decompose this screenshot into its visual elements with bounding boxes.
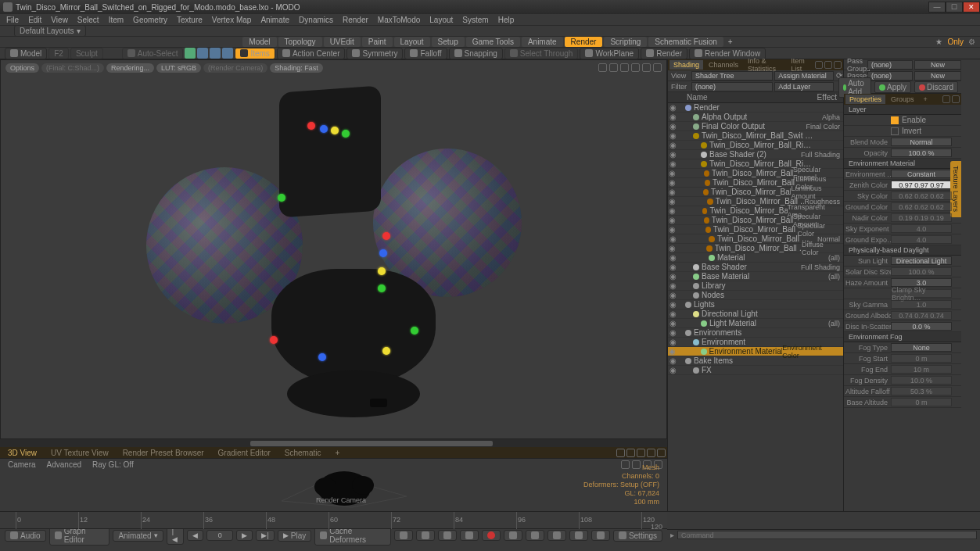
items-button[interactable]: Items	[235, 48, 275, 59]
sel-icon-2[interactable]	[197, 48, 208, 59]
eye-icon[interactable]: ◉	[668, 234, 677, 243]
tree-row[interactable]: ◉Library	[668, 281, 843, 291]
vp-chip-2[interactable]: Rendering...	[106, 63, 154, 73]
sel-icon-1[interactable]	[185, 48, 196, 59]
texture-layers-tab[interactable]: Texture Layers	[950, 161, 961, 217]
add-subtab-button[interactable]: +	[329, 448, 346, 458]
prop-value[interactable]: 10.0 %	[891, 376, 952, 385]
menu-animate[interactable]: Animate	[260, 16, 289, 24]
assign-material-button[interactable]: Assign Material	[774, 71, 834, 81]
tree-row[interactable]: ◉Render	[668, 103, 843, 113]
shader-tree[interactable]: ◉Render◉Alpha OutputAlpha◉Final Color Ou…	[668, 103, 843, 511]
prop-tab-groups[interactable]: Groups	[887, 95, 918, 104]
vp-icon-6[interactable]	[653, 63, 662, 72]
animated-select[interactable]: Animated ▾	[113, 530, 163, 542]
last-frame-button[interactable]: ▶|	[256, 530, 274, 541]
eye-icon[interactable]: ◉	[668, 291, 677, 299]
eye-icon[interactable]: ◉	[668, 188, 676, 196]
prop-value[interactable]: 0.74 0.74 0.74	[891, 311, 952, 320]
menu-system[interactable]: System	[462, 16, 488, 24]
prev-frame-button[interactable]: ◀	[187, 530, 203, 541]
prop-value[interactable]: None	[891, 343, 952, 352]
layout-tab-layout[interactable]: Layout	[394, 37, 430, 47]
prop-value[interactable]: 10 m	[891, 365, 952, 374]
passgroups-select[interactable]: (none)	[867, 60, 913, 70]
eye-icon[interactable]: ◉	[668, 178, 677, 187]
menu-texture[interactable]: Texture	[177, 16, 203, 24]
subtab-uv-texture-view[interactable]: UV Texture View	[45, 448, 115, 458]
vp-icon-5[interactable]	[642, 63, 651, 72]
eye-icon[interactable]: ◉	[668, 206, 676, 215]
anim-icon-6[interactable]	[526, 530, 544, 541]
eye-icon[interactable]: ◉	[668, 159, 677, 168]
menu-geometry[interactable]: Geometry	[133, 16, 167, 24]
subtab-gradient-editor[interactable]: Gradient Editor	[212, 448, 277, 458]
vp-chip-1[interactable]: (Final: C:Shad...)	[41, 63, 104, 73]
prop-value[interactable]: Constant	[891, 170, 952, 178]
action-center-button[interactable]: Action Center	[277, 48, 346, 59]
prop-value[interactable]: 0.97 0.97 0.97	[891, 181, 952, 189]
maximize-button[interactable]: ☐	[946, 2, 963, 13]
subtab-icon-e[interactable]	[657, 449, 666, 457]
passes-new-button[interactable]: New	[914, 71, 961, 81]
tree-row[interactable]: ◉Directional Light	[668, 309, 843, 319]
eye-icon[interactable]: ◉	[668, 347, 677, 356]
mid-tab-channels[interactable]: Channels	[705, 60, 742, 70]
tree-row[interactable]: ◉Base Shader (2)Full Shading	[668, 150, 843, 159]
prop-icon-a[interactable]	[942, 95, 950, 103]
prop-value[interactable]: 0 m	[891, 354, 952, 363]
gear-icon[interactable]: ⚙	[968, 38, 975, 46]
prop-value[interactable]: 4.0	[891, 224, 952, 233]
command-input[interactable]	[677, 531, 977, 539]
subtab-render-preset-browser[interactable]: Render Preset Browser	[117, 448, 210, 458]
select-through-button[interactable]: Select Through	[504, 48, 579, 59]
anim-icon-2[interactable]	[416, 530, 435, 541]
timeline-ruler[interactable]: 01224364860728496108120120	[0, 512, 667, 529]
symmetry-button[interactable]: Symmetry	[346, 48, 403, 59]
anim-icon-5[interactable]	[504, 530, 522, 541]
add-layout-button[interactable]: +	[723, 38, 738, 46]
tree-row[interactable]: ◉Final Color OutputFinal Color	[668, 122, 843, 131]
menu-edit[interactable]: Edit	[28, 16, 41, 24]
mid-icon-b[interactable]	[824, 61, 832, 69]
subtab-schematic[interactable]: Schematic	[278, 448, 328, 458]
anim-icon-3[interactable]	[438, 530, 457, 541]
eye-icon[interactable]: ◉	[668, 131, 677, 140]
menu-file[interactable]: File	[6, 16, 19, 24]
vp-icon-4[interactable]	[631, 63, 640, 72]
falloff-button[interactable]: Falloff	[404, 48, 447, 59]
prop-value[interactable]: 4.0	[891, 235, 952, 244]
subtab-icon-c[interactable]	[637, 449, 645, 457]
layout-tab-animate[interactable]: Animate	[522, 37, 563, 47]
anim-icon-1[interactable]	[394, 530, 413, 541]
eye-icon[interactable]: ◉	[668, 225, 677, 234]
only-label[interactable]: Only	[947, 38, 964, 46]
mid-icon-c[interactable]	[834, 61, 842, 69]
auto-select-button[interactable]: Auto-Select	[122, 48, 184, 59]
anim-icon-9[interactable]	[591, 530, 610, 541]
menu-layout[interactable]: Layout	[429, 16, 453, 24]
subtab-icon-b[interactable]	[626, 449, 635, 457]
cam-ray-gl--off[interactable]: Ray GL: Off	[92, 460, 134, 469]
add-prop-tab[interactable]: +	[920, 95, 932, 104]
prop-value[interactable]: 0 m	[891, 398, 952, 406]
f2-button[interactable]: F2	[48, 48, 69, 59]
cam-advanced[interactable]: Advanced	[47, 460, 81, 469]
eye-icon[interactable]: ◉	[668, 300, 677, 309]
eye-icon[interactable]: ◉	[668, 103, 677, 112]
layout-tab-render[interactable]: Render	[565, 37, 603, 47]
eye-icon[interactable]: ◉	[668, 197, 677, 206]
invert-checkbox[interactable]	[891, 127, 899, 135]
tree-row[interactable]: ◉Twin_Disco_Mirror_Ball_Swit …	[668, 131, 843, 141]
menu-item[interactable]: Item	[109, 16, 124, 24]
menu-dynamics[interactable]: Dynamics	[299, 16, 333, 24]
menu-maxtomodo[interactable]: MaxToModo	[378, 16, 420, 24]
sel-icon-3[interactable]	[210, 48, 221, 59]
eye-icon[interactable]: ◉	[668, 328, 677, 337]
vp-icon-3[interactable]	[620, 63, 629, 72]
scroll-thumb[interactable]	[250, 441, 493, 446]
menu-view[interactable]: View	[51, 16, 68, 24]
subtab-icon-d[interactable]	[647, 449, 655, 457]
tree-row[interactable]: ◉Environments	[668, 328, 843, 338]
prop-value[interactable]: 100.0 %	[891, 267, 952, 276]
